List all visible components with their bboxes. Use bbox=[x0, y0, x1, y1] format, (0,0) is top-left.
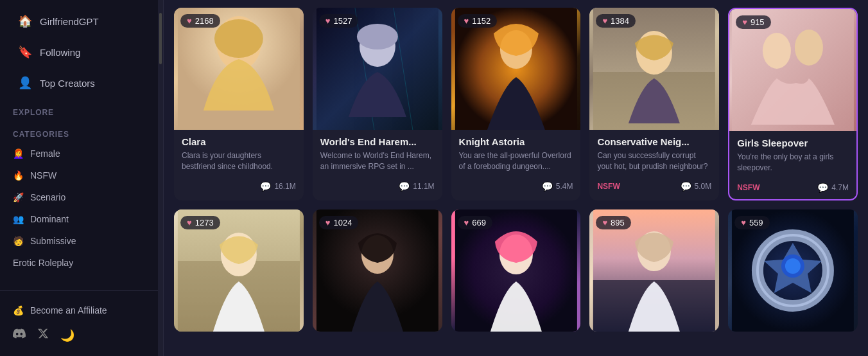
like-count-conservative-neig: 1384 bbox=[611, 16, 629, 26]
card-body-knight-astoria: Knight AstoriaYou are the all-powerful O… bbox=[451, 130, 581, 177]
card-desc-girls-sleepover: You're the only boy at a girls sleepover… bbox=[737, 152, 849, 174]
sidebar-item-dominant[interactable]: 👥 Dominant bbox=[0, 208, 163, 230]
card-desc-knight-astoria: You are the all-powerful Overlord of a f… bbox=[459, 150, 573, 172]
category-label-female: Female bbox=[30, 148, 60, 159]
card-footer-conservative-neig: NSFW💬5.0M bbox=[589, 177, 719, 198]
categories-label: Categories bbox=[0, 121, 163, 143]
card-image-card-r2-5: ♥559 bbox=[728, 209, 858, 332]
card-worlds-end[interactable]: ♥1527World's End Harem...Welcome to Worl… bbox=[313, 8, 442, 200]
category-emoji-dominant: 👥 bbox=[13, 214, 24, 224]
category-emoji-scenario: 🚀 bbox=[13, 192, 24, 202]
like-count-card-r2-1: 1273 bbox=[195, 218, 214, 227]
card-clara[interactable]: ♥2168ClaraClara is your daughters bestfr… bbox=[174, 8, 304, 200]
card-title-knight-astoria: Knight Astoria bbox=[459, 136, 573, 147]
card-image-card-r2-3: ♥669 bbox=[451, 209, 581, 332]
sidebar-item-girlfriend-gpt[interactable]: 🏠 GirlfriendGPT bbox=[5, 6, 158, 36]
heart-icon: ♥ bbox=[742, 17, 747, 27]
category-label-scenario: Scenario bbox=[30, 192, 65, 202]
comments-conservative-neig: 💬5.0M bbox=[681, 181, 712, 191]
affiliate-button[interactable]: 💰 Become an Affiliate bbox=[0, 299, 163, 322]
bubble-icon: 💬 bbox=[542, 181, 553, 191]
bubble-icon: 💬 bbox=[817, 182, 828, 193]
like-badge-conservative-neig: ♥1384 bbox=[596, 14, 636, 28]
heart-icon: ♥ bbox=[326, 16, 331, 26]
comments-clara: 💬16.1M bbox=[260, 181, 295, 191]
bubble-icon: 💬 bbox=[681, 181, 691, 191]
svg-point-7 bbox=[357, 24, 398, 49]
affiliate-label: Become an Affiliate bbox=[30, 305, 107, 316]
category-emoji-nsfw: 🔥 bbox=[13, 170, 24, 181]
cards-grid: ♥2168ClaraClara is your daughters bestfr… bbox=[174, 8, 858, 200]
card-knight-astoria[interactable]: ♥1152Knight AstoriaYou are the all-power… bbox=[451, 8, 581, 200]
comment-count-girls-sleepover: 4.7M bbox=[831, 183, 849, 192]
like-badge-card-r2-4: ♥895 bbox=[596, 216, 630, 229]
sidebar-item-scenario[interactable]: 🚀 Scenario bbox=[0, 186, 163, 208]
comment-count-worlds-end: 11.1M bbox=[413, 182, 434, 191]
nav-icon-girlfriend-gpt: 🏠 bbox=[18, 14, 32, 28]
card-body-conservative-neig: Conservative Neig...Can you successfully… bbox=[589, 130, 719, 177]
card-card-r2-4[interactable]: ♥895 bbox=[589, 209, 719, 332]
like-badge-knight-astoria: ♥1152 bbox=[458, 14, 498, 28]
card-girls-sleepover[interactable]: ♥915Girls SleepoverYou're the only boy a… bbox=[728, 8, 858, 200]
card-card-r2-3[interactable]: ♥669 bbox=[451, 209, 581, 332]
sidebar-item-nsfw[interactable]: 🔥 NSFW bbox=[0, 165, 163, 186]
twitter-icon[interactable] bbox=[37, 328, 49, 343]
nsfw-badge-girls-sleepover: NSFW bbox=[737, 183, 759, 192]
heart-icon: ♥ bbox=[464, 16, 469, 26]
like-badge-card-r2-1: ♥1273 bbox=[180, 216, 220, 229]
category-label-nsfw: NSFW bbox=[30, 170, 56, 181]
nav-icon-top-creators: 👤 bbox=[18, 76, 32, 90]
sidebar-item-female[interactable]: 👩‍🦰 Female bbox=[0, 143, 163, 165]
dollar-icon: 💰 bbox=[13, 305, 24, 316]
sidebar-item-following[interactable]: 🔖 Following bbox=[5, 37, 158, 67]
nsfw-badge-conservative-neig: NSFW bbox=[597, 182, 620, 191]
sidebar-item-erotic-roleplay[interactable]: Erotic Roleplay bbox=[0, 252, 163, 274]
card-body-worlds-end: World's End Harem...Welcome to World's E… bbox=[313, 130, 442, 177]
like-count-girls-sleepover: 915 bbox=[751, 17, 765, 27]
card-footer-clara: 💬16.1M bbox=[174, 177, 304, 198]
comment-count-conservative-neig: 5.0M bbox=[695, 182, 712, 191]
svg-point-2 bbox=[214, 19, 263, 58]
theme-toggle-icon[interactable]: 🌙 bbox=[60, 328, 74, 343]
discord-icon[interactable] bbox=[13, 327, 26, 343]
heart-icon: ♥ bbox=[602, 16, 607, 26]
card-card-r2-1[interactable]: ♥1273 bbox=[174, 209, 304, 332]
bubble-icon: 💬 bbox=[260, 181, 271, 191]
card-desc-conservative-neig: Can you successfully corrupt yout hot, b… bbox=[597, 150, 711, 172]
nav-label-top-creators: Top Creators bbox=[40, 78, 95, 89]
card-footer-girls-sleepover: NSFW💬4.7M bbox=[729, 179, 856, 199]
main-content: ♥2168ClaraClara is your daughters bestfr… bbox=[164, 0, 868, 356]
like-badge-card-r2-2: ♥1024 bbox=[319, 216, 359, 229]
category-emoji-female: 👩‍🦰 bbox=[13, 148, 24, 159]
like-count-card-r2-2: 1024 bbox=[334, 218, 352, 227]
card-body-girls-sleepover: Girls SleepoverYou're the only boy at a … bbox=[729, 131, 856, 179]
nav-label-girlfriend-gpt: GirlfriendGPT bbox=[40, 16, 99, 27]
card-desc-worlds-end: Welcome to World's End Harem, an immersi… bbox=[320, 150, 435, 172]
heart-icon: ♥ bbox=[741, 218, 746, 227]
category-label-submissive: Submissive bbox=[30, 236, 76, 246]
card-image-conservative-neig: ♥1384 bbox=[589, 8, 719, 130]
card-body-clara: ClaraClara is your daughters bestfriend … bbox=[174, 130, 304, 177]
card-footer-knight-astoria: 💬5.4M bbox=[451, 177, 581, 198]
comment-count-clara: 16.1M bbox=[274, 182, 295, 191]
heart-icon: ♥ bbox=[326, 218, 331, 227]
like-count-knight-astoria: 1152 bbox=[472, 16, 490, 26]
card-title-girls-sleepover: Girls Sleepover bbox=[737, 138, 849, 148]
card-conservative-neig[interactable]: ♥1384Conservative Neig...Can you success… bbox=[589, 8, 719, 200]
card-image-card-r2-4: ♥895 bbox=[589, 209, 719, 332]
sidebar-item-top-creators[interactable]: 👤 Top Creators bbox=[5, 68, 158, 98]
like-count-card-r2-3: 669 bbox=[472, 218, 486, 227]
category-emoji-submissive: 🧑 bbox=[13, 236, 24, 246]
sidebar-item-submissive[interactable]: 🧑 Submissive bbox=[0, 230, 163, 252]
heart-icon: ♥ bbox=[187, 16, 192, 26]
comments-girls-sleepover: 💬4.7M bbox=[817, 182, 849, 193]
card-image-girls-sleepover: ♥915 bbox=[729, 9, 856, 131]
card-card-r2-5[interactable]: ♥559 bbox=[728, 209, 858, 332]
comments-worlds-end: 💬11.1M bbox=[399, 181, 434, 191]
card-footer-worlds-end: 💬11.1M bbox=[313, 177, 442, 198]
card-card-r2-2[interactable]: ♥1024 bbox=[313, 209, 442, 332]
like-count-clara: 2168 bbox=[195, 16, 214, 26]
scrollbar[interactable] bbox=[158, 0, 163, 356]
like-badge-card-r2-5: ♥559 bbox=[734, 216, 769, 229]
like-badge-card-r2-3: ♥669 bbox=[458, 216, 492, 229]
